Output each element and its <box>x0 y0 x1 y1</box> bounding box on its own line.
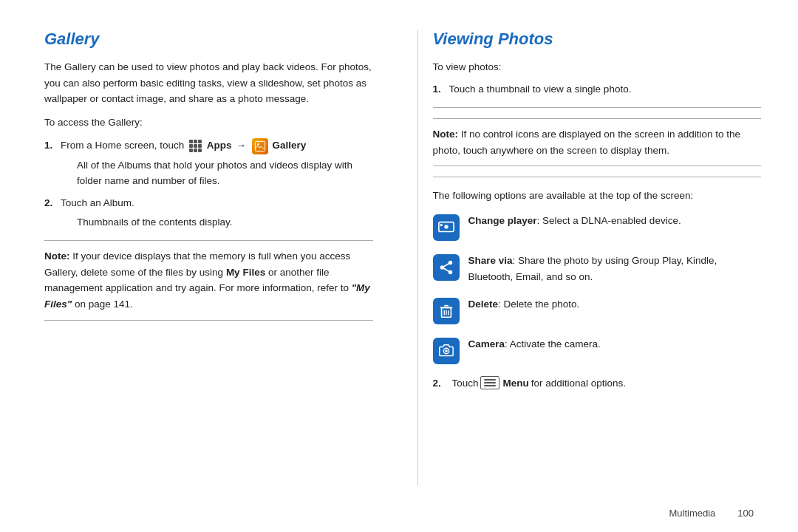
page-footer: Multimedia 100 <box>0 508 798 532</box>
gallery-icon <box>252 138 268 154</box>
right-note-text: If no control icons are displayed on the… <box>433 129 741 156</box>
following-text: The following options are available at t… <box>433 188 762 204</box>
feature-change-player: ▶ Change player: Select a DLNA-enabled d… <box>433 213 762 241</box>
to-view-label: To view photos: <box>433 59 762 75</box>
delete-text: : Delete the photo. <box>498 299 579 310</box>
access-label: To access the Gallery: <box>44 115 373 131</box>
delete-desc: Delete: Delete the photo. <box>468 296 580 313</box>
svg-text:▶: ▶ <box>440 223 443 227</box>
left-step-1: 1. From a Home screen, touch Apps → <box>44 137 373 189</box>
step-2-content: Touch an Album. Thumbnails of the conten… <box>61 195 373 230</box>
left-intro: The Gallery can be used to view photos a… <box>44 59 373 107</box>
left-note-label: Note: <box>44 250 70 262</box>
footer-page: 100 <box>737 508 754 519</box>
menu-icon-inline <box>480 376 499 389</box>
step-1-content: From a Home screen, touch Apps → <box>61 137 373 189</box>
footer-section: Multimedia <box>669 508 715 519</box>
left-steps: 1. From a Home screen, touch Apps → <box>44 137 373 230</box>
camera-label: Camera <box>468 338 505 349</box>
left-column: Gallery The Gallery can be used to view … <box>44 30 388 485</box>
camera-desc: Camera: Activate the camera. <box>468 336 601 352</box>
step-1-num: 1. <box>44 137 61 154</box>
arrow: → <box>236 140 246 151</box>
right-step-1: 1. Touch a thumbnail to view a single ph… <box>433 81 762 98</box>
right-step-1-num: 1. <box>433 81 449 98</box>
share-via-icon-box <box>433 254 460 281</box>
change-player-label: Change player <box>468 215 537 226</box>
left-step-2: 2. Touch an Album. Thumbnails of the con… <box>44 195 373 230</box>
right-step-1-content: Touch a thumbnail to view a single photo… <box>449 81 762 98</box>
svg-point-3 <box>444 225 449 229</box>
share-via-label: Share via <box>468 255 513 266</box>
left-note: Note: If your device displays that the m… <box>44 240 373 320</box>
delete-icon-box <box>433 298 460 324</box>
step-1-sub: All of the Albums that hold your photos … <box>77 157 373 189</box>
right-column: Viewing Photos To view photos: 1. Touch … <box>417 30 762 485</box>
svg-point-17 <box>445 349 448 352</box>
left-note-text3: on page 141. <box>72 299 133 310</box>
gallery-label: Gallery <box>272 140 306 151</box>
step-1-prefix: From a Home screen, touch <box>61 140 184 151</box>
step-2-sub: Thumbnails of the contents display. <box>77 214 373 231</box>
change-player-desc: Change player: Select a DLNA-enabled dev… <box>468 213 681 229</box>
divider-1 <box>433 107 762 108</box>
right-title: Viewing Photos <box>433 30 762 49</box>
feature-camera: Camera: Activate the camera. <box>433 336 762 364</box>
right-step-2-menu: Menu <box>503 378 529 389</box>
svg-point-1 <box>257 143 259 146</box>
apps-icon <box>189 140 202 152</box>
delete-icon <box>438 303 454 319</box>
right-step-2-prefix: Touch <box>452 378 479 389</box>
right-steps: 1. Touch a thumbnail to view a single ph… <box>433 81 762 98</box>
divider-2 <box>433 177 762 177</box>
right-note: Note: If no control icons are displayed … <box>433 118 762 166</box>
delete-label: Delete <box>468 299 499 310</box>
camera-text: : Activate the camera. <box>505 338 601 349</box>
share-via-icon <box>438 259 454 276</box>
left-note-bold1: My Files <box>226 267 265 278</box>
change-player-text: : Select a DLNA-enabled device. <box>537 215 681 226</box>
camera-icon-box <box>433 338 460 364</box>
share-via-desc: Share via: Share the photo by using Grou… <box>468 253 762 284</box>
feature-share-via: Share via: Share the photo by using Grou… <box>433 253 762 284</box>
svg-line-8 <box>442 263 450 267</box>
right-step-2-num: 2. <box>433 378 449 389</box>
left-title: Gallery <box>44 30 373 49</box>
step-2-text: Touch an Album. <box>61 197 134 208</box>
change-player-icon: ▶ <box>438 219 454 236</box>
right-step-2-suffix: for additional options. <box>531 378 626 389</box>
feature-delete: Delete: Delete the photo. <box>433 296 762 324</box>
svg-line-9 <box>442 267 450 272</box>
right-step-2: 2. Touch Menu for additional options. <box>433 376 762 389</box>
change-player-icon-box: ▶ <box>433 214 460 241</box>
feature-list: ▶ Change player: Select a DLNA-enabled d… <box>433 213 762 364</box>
camera-icon <box>438 343 454 359</box>
right-step-1-text: Touch a thumbnail to view a single photo… <box>449 83 632 95</box>
step-2-num: 2. <box>44 195 61 211</box>
apps-label: Apps <box>207 140 232 151</box>
right-note-label: Note: <box>433 129 459 140</box>
